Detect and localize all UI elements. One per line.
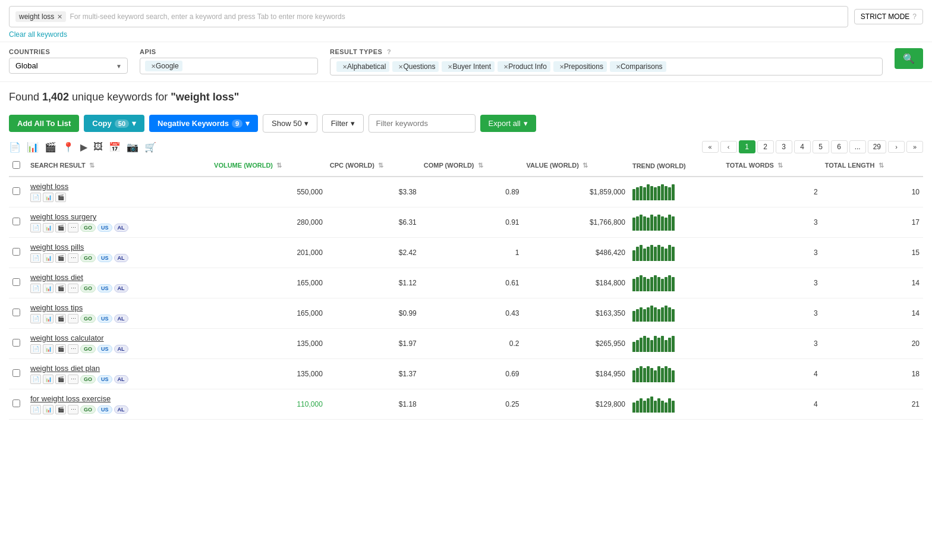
countries-select[interactable]: Global United States United Kingdom Cana…	[9, 58, 128, 74]
kw-icon-video[interactable]: 🎬	[55, 193, 66, 202]
filter-button[interactable]: Filter ▾	[322, 114, 364, 133]
icon-location[interactable]: 📍	[62, 141, 74, 153]
page-last[interactable]: »	[906, 141, 923, 153]
keyword-link[interactable]: weight loss diet plan	[30, 364, 207, 373]
kw-icon-more[interactable]: ⋯	[68, 314, 78, 323]
kw-icon-doc[interactable]: 📄	[30, 223, 41, 232]
rt-product-info-remove[interactable]: ✕	[503, 64, 508, 70]
th-search-result[interactable]: SEARCH RESULT ⇅	[27, 155, 210, 177]
kw-icon-chart[interactable]: 📊	[43, 193, 53, 202]
keyword-link[interactable]: weight loss pills	[30, 243, 207, 251]
rt-questions-remove[interactable]: ✕	[398, 64, 403, 70]
kw-icon-doc[interactable]: 📄	[30, 253, 41, 263]
page-prev[interactable]: ‹	[720, 141, 737, 153]
trend-bar	[632, 279, 635, 291]
keyword-link[interactable]: weight loss	[30, 182, 207, 191]
kw-icon-video[interactable]: 🎬	[55, 284, 66, 293]
row-checkbox-5[interactable]	[12, 339, 20, 347]
th-total-length[interactable]: TOTAL LENGTH ⇅	[821, 155, 923, 177]
keyword-link[interactable]: weight loss surgery	[30, 212, 207, 221]
kw-icon-doc[interactable]: 📄	[30, 375, 41, 384]
kw-icon-more[interactable]: ⋯	[68, 375, 78, 384]
export-button[interactable]: Export all ▾	[480, 115, 536, 132]
kw-icon-more[interactable]: ⋯	[68, 253, 78, 263]
kw-icon-chart[interactable]: 📊	[43, 253, 53, 263]
kw-icon-doc[interactable]: 📄	[30, 193, 41, 202]
rt-alphabetical-remove[interactable]: ✕	[342, 64, 347, 70]
keyword-tag-remove[interactable]: ✕	[57, 13, 62, 21]
icon-calendar[interactable]: 📅	[109, 141, 121, 153]
row-checkbox-0[interactable]	[12, 187, 20, 195]
page-first[interactable]: «	[702, 141, 719, 153]
kw-icon-doc[interactable]: 📄	[30, 405, 41, 414]
show-button[interactable]: Show 50 ▾	[263, 114, 317, 133]
kw-icon-video[interactable]: 🎬	[55, 375, 66, 384]
kw-icon-video[interactable]: 🎬	[55, 253, 66, 263]
kw-icon-doc[interactable]: 📄	[30, 344, 41, 354]
kw-icon-more[interactable]: ⋯	[68, 405, 78, 414]
page-6[interactable]: 6	[831, 140, 848, 153]
kw-icon-chart[interactable]: 📊	[43, 344, 53, 354]
kw-icon-chart[interactable]: 📊	[43, 405, 53, 414]
kw-icon-chart[interactable]: 📊	[43, 223, 53, 232]
icon-youtube[interactable]: ▶	[80, 141, 87, 153]
keyword-link[interactable]: weight loss tips	[30, 303, 207, 312]
filter-input[interactable]	[369, 114, 476, 133]
rt-comparisons-remove[interactable]: ✕	[616, 64, 621, 70]
copy-button[interactable]: Copy 50 ▾	[84, 115, 144, 132]
icon-image[interactable]: 🖼	[93, 141, 103, 152]
trend-bar	[668, 187, 671, 200]
kw-icon-more[interactable]: ⋯	[68, 344, 78, 354]
kw-icon-more[interactable]: ⋯	[68, 223, 78, 232]
page-1[interactable]: 1	[739, 140, 755, 153]
api-tag-remove[interactable]: ✕	[151, 63, 156, 70]
page-5[interactable]: 5	[813, 140, 829, 153]
page-2[interactable]: 2	[757, 140, 774, 153]
trend-bar	[650, 368, 653, 382]
kw-icon-video[interactable]: 🎬	[55, 405, 66, 414]
th-volume[interactable]: VOLUME (WORLD) ⇅	[210, 155, 326, 177]
kw-icon-doc[interactable]: 📄	[30, 284, 41, 293]
row-checkbox-6[interactable]	[12, 369, 20, 377]
row-checkbox-2[interactable]	[12, 248, 20, 256]
row-checkbox-1[interactable]	[12, 218, 20, 225]
clear-all-link[interactable]: Clear all keywords	[9, 30, 923, 39]
search-box[interactable]: weight loss ✕ For multi-seed keyword sea…	[9, 6, 848, 27]
kw-icon-video[interactable]: 🎬	[55, 314, 66, 323]
kw-icon-doc[interactable]: 📄	[30, 314, 41, 323]
icon-chart[interactable]: 📊	[27, 141, 39, 153]
keyword-link[interactable]: weight loss diet	[30, 273, 207, 282]
page-4[interactable]: 4	[794, 140, 811, 153]
kw-icon-video[interactable]: 🎬	[55, 344, 66, 354]
kw-icon-chart[interactable]: 📊	[43, 314, 53, 323]
icon-camera[interactable]: 📷	[127, 141, 138, 153]
kw-icon-video[interactable]: 🎬	[55, 223, 66, 232]
row-checkbox-4[interactable]	[12, 309, 20, 316]
icon-document[interactable]: 📄	[9, 141, 21, 153]
keyword-link[interactable]: for weight loss exercise	[30, 394, 207, 403]
keyword-link[interactable]: weight loss calculator	[30, 334, 207, 342]
negative-keywords-button[interactable]: Negative Keywords 9 ▾	[149, 115, 258, 132]
page-next[interactable]: ›	[888, 141, 905, 153]
search-button[interactable]: 🔍	[895, 48, 923, 69]
th-comp[interactable]: COMP (WORLD) ⇅	[420, 155, 523, 177]
kw-icon-chart[interactable]: 📊	[43, 375, 53, 384]
strict-mode-button[interactable]: STRICT MODE ?	[854, 9, 923, 24]
page-3[interactable]: 3	[776, 140, 792, 153]
apis-box[interactable]: ✕ Google	[140, 58, 318, 74]
th-value[interactable]: VALUE (WORLD) ⇅	[523, 155, 629, 177]
rt-prepositions-remove[interactable]: ✕	[559, 64, 564, 70]
select-all-checkbox[interactable]	[12, 161, 20, 169]
th-cpc[interactable]: CPC (WORLD) ⇅	[326, 155, 420, 177]
icon-video[interactable]: 🎬	[45, 141, 56, 153]
rt-buyer-intent-remove[interactable]: ✕	[448, 64, 452, 70]
row-checkbox-3[interactable]	[12, 278, 20, 286]
row-checkbox-7[interactable]	[12, 399, 20, 407]
icon-shopping[interactable]: 🛒	[144, 141, 156, 153]
result-types-box[interactable]: ✕ Alphabetical ✕ Questions ✕ Buyer Inten…	[330, 58, 883, 75]
th-total-words[interactable]: TOTAL WORDS ⇅	[722, 155, 821, 177]
kw-icon-chart[interactable]: 📊	[43, 284, 53, 293]
kw-icon-more[interactable]: ⋯	[68, 284, 78, 293]
add-all-button[interactable]: Add All To List	[9, 115, 79, 132]
page-29[interactable]: 29	[868, 140, 886, 153]
